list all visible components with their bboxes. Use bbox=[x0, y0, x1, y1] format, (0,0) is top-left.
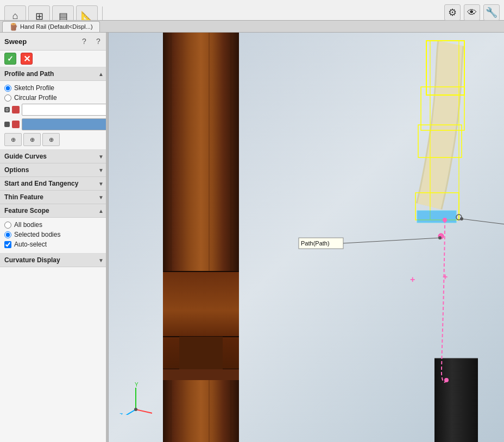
panel-title: Sweep bbox=[4, 37, 75, 46]
feature-scope-content: All bodies Selected bodies Auto-select bbox=[0, 218, 108, 254]
selected-bodies-row: Selected bodies bbox=[4, 231, 104, 238]
feature-scope-section-header[interactable]: Feature Scope ▲ bbox=[0, 204, 108, 218]
profile-input-row: 0 Profile bbox=[4, 104, 104, 116]
profile-and-path-section-header[interactable]: Profile and Path ▲ bbox=[0, 67, 108, 81]
svg-rect-11 bbox=[179, 337, 223, 369]
view-icon[interactable]: 👁 bbox=[464, 4, 480, 21]
curvature-display-section-header[interactable]: Curvature Display ▼ bbox=[0, 254, 108, 267]
svg-text:+: + bbox=[410, 275, 415, 284]
all-bodies-radio[interactable] bbox=[4, 222, 11, 229]
ok-button[interactable]: ✓ bbox=[4, 53, 16, 65]
svg-rect-21 bbox=[417, 211, 456, 223]
auto-select-row: Auto-select bbox=[4, 241, 104, 248]
panel-resizer[interactable] bbox=[106, 33, 108, 442]
sketch-profile-row: Sketch Profile bbox=[4, 84, 104, 92]
top-toolbar: ⌂ ⊞ ▤ 📐 🪵 Hand Rail (Default<Displ...) ⚙… bbox=[0, 0, 504, 33]
cancel-button[interactable]: ✕ bbox=[21, 53, 33, 65]
path-tooltip-text: Path(Path) bbox=[301, 240, 330, 247]
svg-rect-12 bbox=[163, 369, 239, 380]
svg-point-29 bbox=[438, 236, 442, 239]
svg-point-23 bbox=[444, 378, 449, 382]
chevron-down-icon-5: ▼ bbox=[98, 257, 104, 263]
circular-profile-radio[interactable] bbox=[4, 94, 11, 102]
thin-feature-label: Thin Feature bbox=[4, 193, 98, 201]
guide-curves-section-header[interactable]: Guide Curves ▼ bbox=[0, 150, 108, 163]
tab-hand-rail[interactable]: 🪵 Hand Rail (Default<Displ...) bbox=[2, 21, 100, 32]
profile-color-swatch bbox=[12, 106, 20, 113]
chevron-down-icon-4: ▼ bbox=[98, 194, 104, 200]
panel-header: Sweep ? ? bbox=[0, 33, 108, 50]
guide-curves-label: Guide Curves bbox=[4, 153, 98, 160]
help2-button[interactable]: ? bbox=[93, 36, 104, 47]
start-end-tangency-label: Start and End Tangency bbox=[4, 180, 98, 187]
path-input-row: Path bbox=[4, 118, 104, 130]
options-section-header[interactable]: Options ▼ bbox=[0, 163, 108, 177]
profile-indicator: 0 bbox=[4, 107, 10, 112]
coordinate-axes: Z Y X bbox=[119, 382, 152, 415]
tools-icon[interactable]: 🔧 bbox=[483, 4, 500, 21]
tab-label: Hand Rail (Default<Displ...) bbox=[20, 23, 93, 30]
chevron-down-icon: ▼ bbox=[98, 154, 104, 160]
path-indicator bbox=[4, 122, 10, 127]
svg-text:Z: Z bbox=[119, 413, 123, 415]
help-button[interactable]: ? bbox=[79, 36, 90, 47]
merge-btn-3[interactable]: ⊕ bbox=[42, 133, 60, 146]
profile-and-path-label: Profile and Path bbox=[4, 70, 98, 78]
merge-buttons-row: ⊕ ⊕ ⊕ bbox=[4, 133, 104, 146]
options-label: Options bbox=[4, 166, 98, 174]
curvature-display-label: Curvature Display bbox=[4, 256, 98, 264]
left-panel: Sweep ? ? ✓ ✕ Profile and Path ▲ Sketch … bbox=[0, 33, 109, 442]
chevron-up-icon-2: ▲ bbox=[98, 208, 104, 214]
merge-btn-2[interactable]: ⊕ bbox=[23, 133, 41, 146]
main-area: Sweep ? ? ✓ ✕ Profile and Path ▲ Sketch … bbox=[0, 33, 504, 442]
sketch-profile-label: Sketch Profile bbox=[14, 84, 54, 92]
svg-point-40 bbox=[134, 408, 137, 411]
selected-bodies-radio[interactable] bbox=[4, 231, 11, 238]
scene-svg: + + Path(Path) Profile(Profile) bbox=[109, 33, 504, 442]
svg-line-34 bbox=[122, 409, 136, 415]
ok-cancel-row: ✓ ✕ bbox=[0, 50, 108, 67]
circular-profile-row: Circular Profile bbox=[4, 94, 104, 102]
profile-and-path-content: Sketch Profile Circular Profile 0 Profil… bbox=[0, 81, 108, 150]
chevron-down-icon-3: ▼ bbox=[98, 181, 104, 187]
svg-rect-1 bbox=[163, 33, 239, 442]
selected-bodies-label: Selected bodies bbox=[14, 231, 60, 238]
viewport[interactable]: + + Path(Path) Profile(Profile) Z bbox=[109, 33, 504, 442]
chevron-up-icon: ▲ bbox=[98, 71, 104, 77]
profile-field[interactable]: Profile bbox=[22, 104, 109, 116]
all-bodies-row: All bodies bbox=[4, 221, 104, 229]
merge-btn-1[interactable]: ⊕ bbox=[4, 133, 22, 146]
circular-profile-label: Circular Profile bbox=[14, 94, 57, 102]
chevron-down-icon-2: ▼ bbox=[98, 167, 104, 173]
all-bodies-label: All bodies bbox=[14, 221, 42, 229]
model-icon: 🪵 bbox=[9, 23, 18, 31]
auto-select-label: Auto-select bbox=[14, 241, 47, 248]
path-color-swatch bbox=[12, 121, 20, 128]
svg-text:+: + bbox=[443, 272, 448, 281]
start-end-tangency-section-header[interactable]: Start and End Tangency ▼ bbox=[0, 177, 108, 191]
svg-point-22 bbox=[443, 218, 447, 222]
svg-line-38 bbox=[136, 409, 152, 414]
thin-feature-section-header[interactable]: Thin Feature ▼ bbox=[0, 191, 108, 204]
settings-icon[interactable]: ⚙ bbox=[444, 4, 461, 21]
sketch-profile-radio[interactable] bbox=[4, 85, 11, 92]
feature-scope-label: Feature Scope bbox=[4, 207, 98, 214]
svg-rect-13 bbox=[434, 358, 478, 442]
svg-text:Y: Y bbox=[135, 382, 138, 388]
auto-select-checkbox[interactable] bbox=[4, 241, 11, 248]
path-field[interactable]: Path bbox=[22, 118, 109, 130]
